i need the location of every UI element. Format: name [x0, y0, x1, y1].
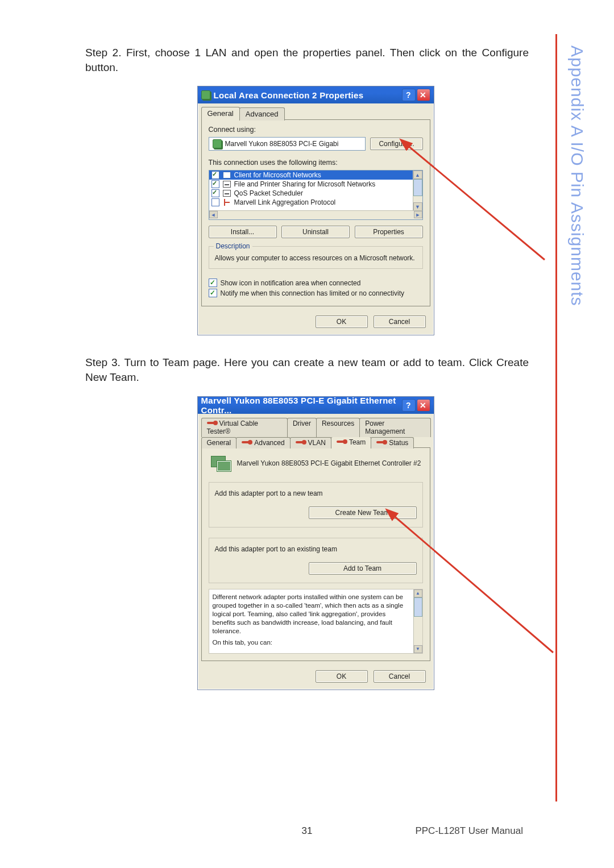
new-team-label: Add this adapter port to a new team	[215, 489, 417, 497]
adapter-name: Marvell Yukon 88E8053 PCI-E Gigabi	[225, 140, 339, 148]
tab-status[interactable]: Status	[371, 437, 414, 448]
adapter-name: Marvell Yukon 88E8053 PCI-E Gigabit Ethe…	[237, 459, 421, 467]
cancel-button[interactable]: Cancel	[374, 315, 426, 328]
chapter-side-title: Appendix A I/O Pin Assignments	[567, 45, 587, 306]
scroll-thumb[interactable]	[413, 179, 422, 196]
tab-label: Status	[389, 439, 408, 447]
ok-button[interactable]: OK	[316, 315, 368, 328]
tab-vlan[interactable]: VLAN	[290, 437, 331, 448]
tab-advanced2[interactable]: Advanced	[236, 437, 290, 448]
step-3-text: Step 3. Turn to Team page. Here you can …	[85, 355, 529, 384]
tab-advanced[interactable]: Advanced	[239, 107, 285, 121]
list-item: Marvell Link Aggregation Protocol	[209, 198, 422, 207]
dialog2-titlebar[interactable]: Marvell Yukon 88E8053 PCI-E Gigabit Ethe…	[198, 397, 434, 414]
configure-button[interactable]: Configure...	[370, 138, 422, 150]
scroll-down-icon[interactable]: ▼	[414, 645, 422, 653]
tab-resources[interactable]: Resources	[316, 418, 360, 437]
lan-properties-dialog: Local Area Connection 2 Properties ? ✕ G…	[197, 86, 434, 335]
checkbox-icon[interactable]	[211, 171, 219, 179]
client-icon	[223, 172, 231, 178]
scroll-thumb[interactable]	[414, 597, 422, 617]
horizontal-scrollbar[interactable]: ◄ ►	[209, 210, 422, 219]
checkbox-icon[interactable]	[209, 289, 217, 297]
page-footer: 31 PPC-L128T User Manual	[0, 825, 614, 837]
dialog1-panel: Connect using: Marvell Yukon 88E8053 PCI…	[201, 119, 430, 306]
ok-button[interactable]: OK	[316, 670, 368, 683]
install-button[interactable]: Install...	[209, 226, 277, 238]
tab-label: Team	[349, 438, 366, 446]
adapter-icon	[209, 455, 231, 472]
tab-team[interactable]: Team	[331, 437, 371, 448]
close-button[interactable]: ✕	[417, 399, 430, 412]
properties-button[interactable]: Properties	[355, 226, 423, 238]
uses-label: This connection uses the following items…	[209, 159, 423, 167]
dialog1-titlebar[interactable]: Local Area Connection 2 Properties ? ✕	[198, 86, 434, 103]
info-scrollbar[interactable]: ▲ ▼	[413, 589, 422, 653]
notify-checkbox[interactable]: Notify me when this connection has limit…	[209, 289, 423, 297]
brand-icon	[337, 439, 347, 445]
checkbox-icon[interactable]	[211, 198, 219, 206]
tab-general2[interactable]: General	[201, 437, 237, 448]
cancel-button[interactable]: Cancel	[374, 670, 426, 683]
dialog2-button-row: OK Cancel	[198, 665, 434, 690]
list-item-label: Client for Microsoft Networks	[234, 171, 321, 179]
tab-power[interactable]: Power Management	[359, 418, 430, 437]
description-text: Allows your computer to access resources…	[215, 254, 417, 263]
scroll-up-icon[interactable]: ▲	[414, 589, 422, 597]
scroll-down-icon[interactable]: ▼	[413, 202, 422, 211]
list-item-label: QoS Packet Scheduler	[234, 189, 303, 197]
lan-icon	[201, 90, 210, 99]
uninstall-button[interactable]: Uninstall	[281, 226, 350, 238]
tab-general[interactable]: General	[201, 107, 240, 120]
aggregation-icon	[223, 199, 231, 206]
new-team-group: Add this adapter port to a new team Crea…	[209, 482, 423, 528]
create-new-team-button[interactable]: Create New Team	[309, 506, 417, 519]
add-to-team-button[interactable]: Add to Team	[309, 562, 417, 575]
help-button[interactable]: ?	[402, 89, 416, 101]
dialog1-button-row: OK Cancel	[198, 310, 434, 335]
marvell-team-dialog: Marvell Yukon 88E8053 PCI-E Gigabit Ethe…	[197, 396, 434, 690]
qos-icon	[223, 190, 231, 197]
manual-name: PPC-L128T User Manual	[415, 825, 523, 837]
team-info-text2: On this tab, you can:	[213, 638, 410, 647]
team-info-text: Different network adapter ports installe…	[213, 593, 410, 636]
dialog1-title: Local Area Connection 2 Properties	[214, 90, 364, 100]
page-number: 31	[250, 825, 364, 837]
checkbox-icon[interactable]	[211, 180, 219, 188]
list-item-label: Marvell Link Aggregation Protocol	[234, 198, 336, 206]
components-listbox[interactable]: Client for Microsoft Networks File and P…	[209, 170, 423, 220]
connect-using-label: Connect using:	[209, 126, 423, 134]
dialog2-panel: Marvell Yukon 88E8053 PCI-E Gigabit Ethe…	[201, 447, 430, 661]
help-button[interactable]: ?	[402, 399, 416, 412]
tab-vct[interactable]: Virtual Cable Tester®	[201, 418, 288, 437]
list-item: QoS Packet Scheduler	[209, 189, 422, 198]
tab-label: VLAN	[308, 439, 326, 447]
tab-driver[interactable]: Driver	[287, 418, 317, 437]
brand-icon	[207, 420, 217, 426]
scroll-left-icon[interactable]: ◄	[209, 211, 218, 218]
brand-icon	[296, 439, 306, 445]
adapter-field[interactable]: Marvell Yukon 88E8053 PCI-E Gigabi	[209, 137, 366, 151]
show-icon-label: Show icon in notification area when conn…	[221, 279, 361, 287]
show-icon-checkbox[interactable]: Show icon in notification area when conn…	[209, 279, 423, 287]
scroll-right-icon[interactable]: ►	[414, 211, 422, 218]
nic-icon	[213, 139, 222, 148]
tab-label: Advanced	[254, 439, 284, 447]
close-button[interactable]: ✕	[417, 89, 430, 101]
scroll-up-icon[interactable]: ▲	[413, 171, 422, 179]
checkbox-icon[interactable]	[211, 189, 219, 197]
description-legend: Description	[214, 242, 252, 250]
side-rule	[555, 34, 557, 801]
dialog2-tabs: Virtual Cable Tester® Driver Resources P…	[201, 417, 430, 448]
checkbox-icon[interactable]	[209, 279, 217, 287]
existing-team-group: Add this adapter port to an existing tea…	[209, 538, 423, 583]
share-icon	[223, 181, 231, 188]
step-2-text: Step 2. First, choose 1 LAN and open the…	[85, 45, 529, 74]
scroll-track[interactable]	[218, 211, 414, 219]
brand-icon	[376, 439, 387, 445]
existing-team-label: Add this adapter port to an existing tea…	[215, 545, 417, 553]
team-info-box[interactable]: Different network adapter ports installe…	[209, 589, 423, 654]
list-item: Client for Microsoft Networks	[209, 171, 422, 180]
description-group: Description Allows your computer to acce…	[209, 246, 423, 269]
brand-icon	[242, 439, 252, 445]
